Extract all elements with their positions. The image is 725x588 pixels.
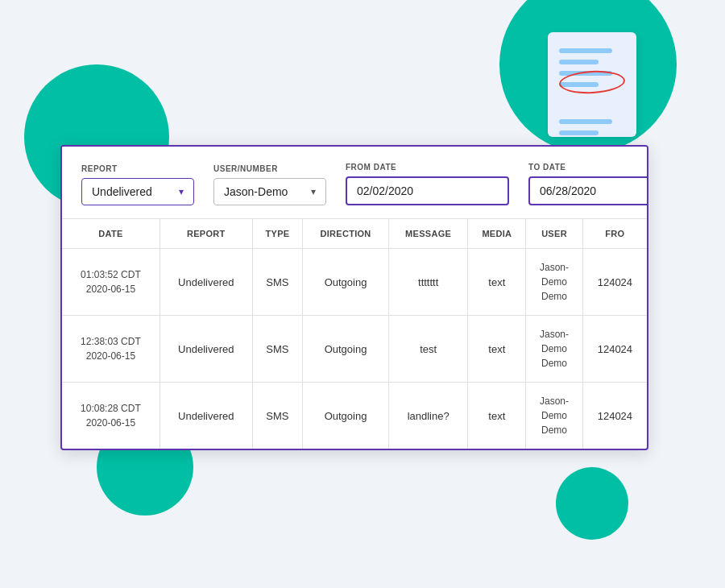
doc-line-6 <box>559 130 599 135</box>
report-filter-label: REPORT <box>81 164 194 173</box>
user-dropdown-arrow: ▾ <box>311 186 316 197</box>
cell-direction-0: Outgoing <box>303 249 389 316</box>
cell-user-1: Jason-DemoDemo <box>526 316 583 383</box>
cell-direction-1: Outgoing <box>303 316 389 383</box>
cell-media-1: text <box>468 316 526 383</box>
cell-type-1: SMS <box>252 316 302 383</box>
col-date: DATE <box>62 219 160 249</box>
data-table: DATE REPORT TYPE DIRECTION MESSAGE MEDIA… <box>62 219 647 449</box>
cell-type-2: SMS <box>252 383 302 449</box>
table-row: 10:08:28 CDT2020-06-15 Undelivered SMS O… <box>62 383 647 449</box>
data-table-container: DATE REPORT TYPE DIRECTION MESSAGE MEDIA… <box>62 219 647 449</box>
cell-date-0: 01:03:52 CDT2020-06-15 <box>62 249 160 316</box>
cell-message-2: landline? <box>388 383 468 449</box>
doc-line-5 <box>559 119 612 124</box>
cell-from-1: 124024 <box>582 316 647 383</box>
cell-report-2: Undelivered <box>160 383 252 449</box>
user-filter-label: USER/NUMBER <box>213 164 326 173</box>
cell-media-0: text <box>468 249 526 316</box>
user-filter-group: USER/NUMBER Jason-Demo ▾ <box>213 164 326 205</box>
user-dropdown-value: Jason-Demo <box>224 185 288 198</box>
main-card: REPORT Undelivered ▾ USER/NUMBER Jason-D… <box>60 145 648 450</box>
cell-user-0: Jason-DemoDemo <box>526 249 583 316</box>
cell-from-0: 124024 <box>582 249 647 316</box>
to-date-input[interactable] <box>528 176 648 205</box>
user-dropdown[interactable]: Jason-Demo ▾ <box>213 178 326 205</box>
col-direction: DIRECTION <box>303 219 389 249</box>
to-date-filter-group: TO DATE <box>528 163 648 205</box>
cell-from-2: 124024 <box>582 383 647 449</box>
col-from: FRO <box>582 219 647 249</box>
cell-report-1: Undelivered <box>160 316 252 383</box>
cell-message-0: ttttttt <box>388 249 468 316</box>
table-row: 12:38:03 CDT2020-06-15 Undelivered SMS O… <box>62 316 647 383</box>
report-dropdown[interactable]: Undelivered ▾ <box>81 178 194 205</box>
cell-type-0: SMS <box>252 249 302 316</box>
report-filter-group: REPORT Undelivered ▾ <box>81 164 194 205</box>
from-date-label: FROM DATE <box>346 163 509 172</box>
from-date-input[interactable] <box>346 176 509 205</box>
col-media: MEDIA <box>468 219 526 249</box>
col-message: MESSAGE <box>388 219 468 249</box>
cell-report-0: Undelivered <box>160 249 252 316</box>
cell-message-1: test <box>388 316 468 383</box>
doc-line-1 <box>559 48 612 53</box>
report-dropdown-value: Undelivered <box>92 185 152 198</box>
filters-bar: REPORT Undelivered ▾ USER/NUMBER Jason-D… <box>62 147 647 219</box>
cell-direction-2: Outgoing <box>303 383 389 449</box>
col-type: TYPE <box>252 219 302 249</box>
col-user: USER <box>526 219 583 249</box>
cell-date-2: 10:08:28 CDT2020-06-15 <box>62 383 160 449</box>
cell-date-1: 12:38:03 CDT2020-06-15 <box>62 316 160 383</box>
bg-blob-bottom-right <box>556 467 628 540</box>
doc-illustration <box>540 16 644 137</box>
table-row: 01:03:52 CDT2020-06-15 Undelivered SMS O… <box>62 249 647 316</box>
doc-line-2 <box>559 60 599 64</box>
cell-user-2: Jason-DemoDemo <box>526 383 583 449</box>
doc-paper <box>548 32 636 137</box>
report-dropdown-arrow: ▾ <box>179 186 184 197</box>
from-date-filter-group: FROM DATE <box>346 163 509 205</box>
table-header-row: DATE REPORT TYPE DIRECTION MESSAGE MEDIA… <box>62 219 647 249</box>
col-report: REPORT <box>160 219 252 249</box>
to-date-label: TO DATE <box>528 163 648 172</box>
cell-media-2: text <box>468 383 526 449</box>
